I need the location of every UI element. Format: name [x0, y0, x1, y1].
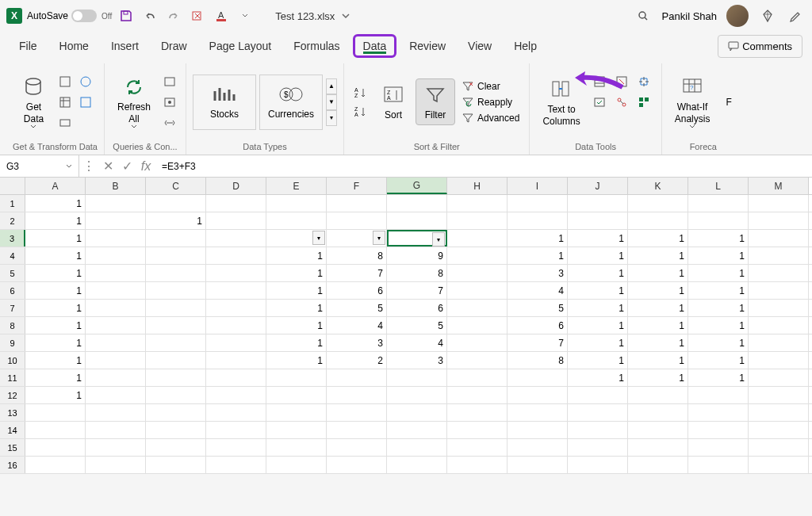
cell-C15[interactable] [146, 439, 206, 456]
cell-C7[interactable] [146, 300, 206, 316]
recent-sources-button[interactable] [76, 93, 95, 112]
cell-B1[interactable] [86, 195, 146, 212]
col-header-G[interactable]: G [387, 178, 447, 194]
cell-H13[interactable] [447, 404, 508, 421]
cell-A2[interactable]: 1 [25, 212, 86, 229]
cell-G6[interactable]: 7 [387, 282, 447, 299]
cell-M10[interactable] [749, 352, 809, 369]
queries-connections-button[interactable] [160, 72, 179, 91]
cell-K13[interactable] [628, 404, 688, 421]
cell-A6[interactable]: 1 [25, 282, 86, 299]
cell-A12[interactable]: 1 [25, 387, 86, 403]
cell-F7[interactable]: 5 [327, 300, 387, 316]
cell-I16[interactable] [508, 457, 568, 473]
cell-E7[interactable]: 1 [266, 300, 327, 316]
filename[interactable]: Test 123.xlsx [275, 10, 335, 22]
datatype-down-button[interactable]: ▼ [326, 94, 337, 110]
cell-J6[interactable]: 1 [568, 282, 628, 299]
cell-G1[interactable] [387, 195, 447, 212]
cell-J8[interactable]: 1 [568, 317, 628, 334]
cell-K14[interactable] [628, 422, 688, 438]
save-button[interactable] [117, 6, 136, 25]
tab-view[interactable]: View [458, 35, 501, 57]
cell-B5[interactable] [86, 265, 146, 281]
cell-I14[interactable] [508, 422, 568, 438]
advanced-button[interactable]: Advanced [458, 111, 523, 125]
row-header-13[interactable]: 13 [0, 404, 25, 421]
remove-duplicates-button[interactable] [612, 72, 631, 91]
cell-M6[interactable] [749, 282, 809, 299]
what-if-analysis-button[interactable]: ? What-If Analysis [668, 71, 717, 132]
cell-M2[interactable] [749, 212, 809, 229]
tab-file[interactable]: File [10, 35, 47, 57]
cell-D1[interactable] [206, 195, 266, 212]
cell-B10[interactable] [86, 352, 146, 369]
cell-A5[interactable]: 1 [25, 265, 86, 281]
cell-D7[interactable] [206, 300, 266, 316]
cell-F2[interactable] [327, 212, 387, 229]
cell-A8[interactable]: 1 [25, 317, 86, 334]
cell-A16[interactable] [25, 457, 86, 473]
row-header-2[interactable]: 2 [0, 212, 25, 229]
toggle-switch-icon[interactable] [71, 10, 97, 22]
cell-K9[interactable]: 1 [628, 334, 688, 351]
cell-I15[interactable] [508, 439, 568, 456]
data-validation-button[interactable] [590, 93, 609, 112]
cell-K2[interactable] [628, 212, 688, 229]
cell-B9[interactable] [86, 334, 146, 351]
relationships-button[interactable] [612, 93, 631, 112]
cell-J3[interactable]: 1 [568, 230, 628, 247]
cell-I1[interactable] [508, 195, 568, 212]
row-header-6[interactable]: 6 [0, 282, 25, 299]
cell-H14[interactable] [447, 422, 508, 438]
fb-options-button[interactable]: ⋮ [79, 155, 98, 177]
col-header-D[interactable]: D [206, 178, 266, 194]
col-header-L[interactable]: L [688, 178, 749, 194]
cell-G8[interactable]: 5 [387, 317, 447, 334]
cell-D10[interactable] [206, 352, 266, 369]
from-text-button[interactable] [56, 72, 75, 91]
text-to-columns-button[interactable]: Text to Columns [536, 74, 586, 130]
select-all-cell[interactable] [0, 178, 25, 194]
cell-L10[interactable]: 1 [688, 352, 749, 369]
name-box[interactable]: G3 [0, 155, 79, 177]
cell-E10[interactable]: 1 [266, 352, 327, 369]
datatype-up-button[interactable]: ▲ [326, 78, 337, 94]
tab-page-layout[interactable]: Page Layout [200, 35, 282, 57]
cell-B6[interactable] [86, 282, 146, 299]
cell-J9[interactable]: 1 [568, 334, 628, 351]
row-header-8[interactable]: 8 [0, 317, 25, 334]
cell-K12[interactable] [628, 387, 688, 403]
cell-K8[interactable]: 1 [628, 317, 688, 334]
qat-more-button[interactable] [236, 6, 255, 25]
cell-I9[interactable]: 7 [508, 334, 568, 351]
cell-E4[interactable]: 1 [266, 247, 327, 264]
cell-M14[interactable] [749, 422, 809, 438]
col-header-I[interactable]: I [508, 178, 568, 194]
cell-I11[interactable] [508, 369, 568, 386]
cell-J14[interactable] [568, 422, 628, 438]
cell-C4[interactable] [146, 247, 206, 264]
datatype-more-button[interactable]: ▾ [326, 110, 337, 126]
cell-I2[interactable] [508, 212, 568, 229]
cell-M3[interactable] [749, 230, 809, 247]
from-web-button[interactable] [76, 72, 95, 91]
filter-dropdown-button[interactable]: ▾ [373, 231, 385, 245]
cell-K16[interactable] [628, 457, 688, 473]
chevron-down-icon[interactable] [341, 11, 350, 21]
autosave-toggle[interactable]: AutoSave Off [27, 10, 112, 22]
cell-H11[interactable] [447, 369, 508, 386]
cell-I7[interactable]: 5 [508, 300, 568, 316]
cell-G16[interactable] [387, 457, 447, 473]
cell-L3[interactable]: 1 [688, 230, 749, 247]
row-header-10[interactable]: 10 [0, 352, 25, 369]
cell-G10[interactable]: 3 [387, 352, 447, 369]
col-header-E[interactable]: E [266, 178, 327, 194]
sort-asc-button[interactable]: AZ [350, 85, 371, 101]
cell-G9[interactable]: 4 [387, 334, 447, 351]
cell-C11[interactable] [146, 369, 206, 386]
cell-J2[interactable] [568, 212, 628, 229]
col-header-K[interactable]: K [628, 178, 688, 194]
cell-L1[interactable] [688, 195, 749, 212]
sort-button[interactable]: ZA Sort [374, 79, 412, 124]
